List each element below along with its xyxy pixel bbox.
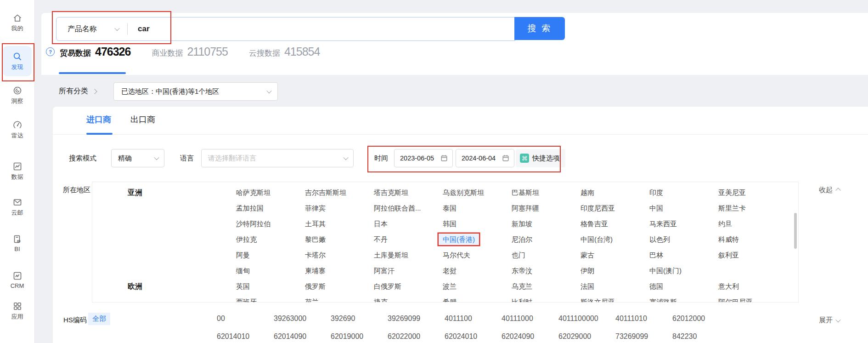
hs-code-item[interactable]: 40111000 — [502, 314, 558, 323]
region-item[interactable]: 白俄罗斯 — [374, 282, 443, 291]
hs-code-item[interactable]: 62024090 — [502, 332, 558, 341]
region-item[interactable]: 孟加拉国 — [236, 204, 305, 213]
sidebar-item-bi[interactable]: BIBI — [0, 234, 34, 252]
region-item[interactable]: 柬埔寨 — [305, 267, 374, 275]
region-item[interactable]: 比利时 — [512, 298, 581, 303]
region-item[interactable]: 土耳其 — [305, 220, 374, 229]
region-item[interactable]: 新加坡 — [512, 220, 581, 229]
region-item[interactable]: 俄罗斯 — [305, 282, 374, 291]
search-category-select[interactable]: 产品名称 — [56, 24, 127, 34]
region-item[interactable]: 约旦 — [718, 220, 787, 229]
region-item[interactable]: 东帝汶 — [512, 267, 581, 275]
region-item[interactable]: 科威特 — [718, 235, 787, 244]
collapse-region-link[interactable]: 收起 — [819, 186, 840, 194]
region-item[interactable]: 中国(澳门) — [649, 267, 718, 275]
region-item[interactable]: 捷克 — [374, 298, 443, 303]
region-item[interactable]: 日本 — [374, 220, 443, 229]
region-item[interactable]: 希腊 — [443, 298, 512, 303]
region-item[interactable]: 塞浦路斯 — [649, 298, 718, 303]
hs-code-item[interactable]: 39263000 — [274, 314, 331, 323]
search-button[interactable]: 搜 索 — [514, 17, 565, 40]
search-mode-select[interactable]: 精确 — [111, 149, 164, 167]
hs-code-item[interactable]: 73269099 — [615, 332, 672, 341]
region-item[interactable]: 中国 — [649, 204, 718, 213]
region-item[interactable]: 阿曼 — [236, 251, 305, 260]
hs-code-item[interactable]: 62029000 — [558, 332, 615, 341]
region-item[interactable]: 缅甸 — [236, 267, 305, 275]
region-item[interactable]: 泰国 — [443, 204, 512, 213]
date-to-picker[interactable]: 2024-06-04 — [456, 149, 514, 167]
region-item-selected[interactable]: 中国(香港) — [439, 234, 479, 245]
hs-code-item[interactable]: 62022000 — [388, 332, 445, 341]
region-item[interactable]: 阿塞拜疆 — [512, 204, 581, 213]
trade-tab-1[interactable]: 进口商 — [86, 114, 111, 134]
region-item[interactable]: 韩国 — [443, 220, 512, 229]
region-item[interactable]: 卡塔尔 — [305, 251, 374, 260]
hs-code-item[interactable]: 62014090 — [274, 332, 331, 341]
quick-options-button[interactable]: ⌘ 快捷选项 — [516, 149, 565, 167]
region-item[interactable]: 越南 — [581, 189, 649, 197]
region-item[interactable]: 斯里兰卡 — [718, 204, 787, 213]
region-panel-scrollbar[interactable] — [794, 213, 797, 249]
region-item[interactable]: 德国 — [649, 282, 718, 291]
hs-code-item[interactable]: 39269099 — [388, 314, 445, 323]
hs-code-item[interactable]: 4011100000 — [558, 314, 615, 323]
date-from-picker[interactable]: 2023-06-05 — [394, 149, 453, 167]
region-item[interactable]: 蒙古 — [581, 251, 649, 260]
search-box[interactable]: 产品名称 car — [56, 17, 515, 41]
region-item[interactable]: 中国(台湾) — [581, 235, 649, 244]
help-icon[interactable]: ? — [46, 47, 55, 56]
breadcrumb[interactable]: 所有分类 — [59, 86, 96, 96]
region-item[interactable]: 法国 — [581, 282, 649, 291]
hs-code-item[interactable]: 62019000 — [331, 332, 388, 341]
hs-all-badge[interactable]: 全部 — [88, 313, 110, 325]
region-item[interactable]: 中国(香港) — [443, 235, 512, 244]
hs-code-item[interactable]: 392690 — [331, 314, 388, 323]
hs-code-item[interactable]: 62024010 — [445, 332, 502, 341]
region-item[interactable]: 斯洛文尼亚 — [581, 298, 649, 303]
region-item[interactable]: 尼泊尔 — [512, 235, 581, 244]
region-item[interactable]: 西班牙 — [236, 298, 305, 303]
hs-code-item[interactable]: 4011100 — [445, 314, 502, 323]
region-item[interactable]: 塔吉克斯坦 — [374, 189, 443, 197]
region-item[interactable]: 亚美尼亚 — [718, 189, 787, 197]
region-item[interactable]: 马尔代夫 — [443, 251, 512, 260]
region-item[interactable]: 意大利 — [718, 282, 787, 291]
sidebar-item-crm[interactable]: CRM — [0, 271, 34, 289]
region-item[interactable]: 乌克兰 — [512, 282, 581, 291]
region-item[interactable]: 马来西亚 — [649, 220, 718, 229]
hs-code-item[interactable]: 00 — [217, 314, 274, 323]
hs-code-item[interactable]: 62012000 — [672, 314, 729, 323]
data-tab-2[interactable]: 商业数据2110755 — [152, 45, 227, 58]
region-item[interactable]: 波兰 — [443, 282, 512, 291]
region-item[interactable]: 黎巴嫩 — [305, 235, 374, 244]
region-item[interactable]: 哈萨克斯坦 — [236, 189, 305, 197]
search-query-text[interactable]: car — [138, 24, 150, 34]
region-item[interactable]: 伊拉克 — [236, 235, 305, 244]
hs-code-item[interactable]: 842230 — [672, 332, 729, 341]
sidebar-item-data[interactable]: 数据 — [0, 161, 34, 181]
region-item[interactable]: 沙特阿拉伯 — [236, 220, 305, 229]
sidebar-item-insight[interactable]: 洞察 — [0, 86, 34, 105]
sidebar-item-discover[interactable]: 发现 — [3, 46, 32, 76]
region-item[interactable]: 荷兰 — [305, 298, 374, 303]
region-item[interactable]: 以色列 — [649, 235, 718, 244]
region-item[interactable]: 也门 — [512, 251, 581, 260]
data-tab-3[interactable]: 云搜数据415854 — [249, 45, 320, 58]
region-item[interactable]: 印度 — [649, 189, 718, 197]
region-item[interactable]: 不丹 — [374, 235, 443, 244]
language-select[interactable]: 请选择翻译语言 — [201, 149, 354, 167]
region-item[interactable]: 印度尼西亚 — [581, 204, 649, 213]
hs-code-item[interactable]: 62014010 — [217, 332, 274, 341]
sidebar-item-apps[interactable]: 应用 — [0, 301, 34, 321]
region-item[interactable]: 阿尔巴尼亚 — [718, 298, 787, 303]
region-item[interactable]: 乌兹别克斯坦 — [443, 189, 512, 197]
region-item[interactable]: 叙利亚 — [718, 251, 787, 260]
data-tab-1[interactable]: ?贸易数据476326 — [46, 45, 130, 58]
hs-code-item[interactable]: 40111010 — [615, 314, 672, 323]
selected-region-dropdown[interactable]: 已选地区：中国(香港)等1个地区 — [113, 82, 278, 101]
region-item[interactable]: 巴基斯坦 — [512, 189, 581, 197]
region-item[interactable]: 土库曼斯坦 — [374, 251, 443, 260]
sidebar-item-mine[interactable]: 我的 — [0, 13, 34, 33]
region-item[interactable]: 英国 — [236, 282, 305, 291]
